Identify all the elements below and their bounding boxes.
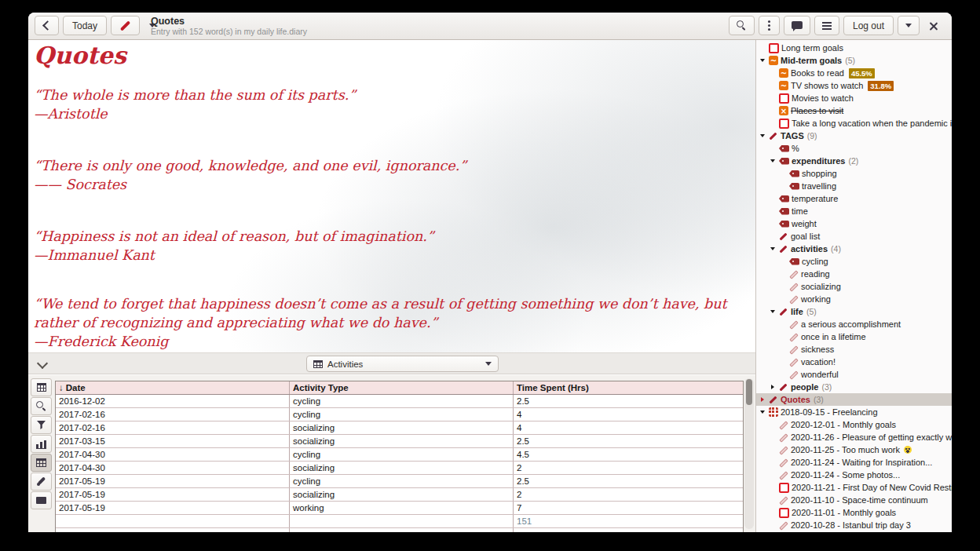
table-cell: 2.5 bbox=[514, 395, 743, 407]
expander-open-icon[interactable] bbox=[768, 155, 777, 167]
tree-item[interactable]: vacation! bbox=[756, 356, 952, 368]
tree-item[interactable]: 2020-11-25 - Too much work bbox=[756, 443, 952, 456]
expander-spacer bbox=[768, 117, 777, 130]
table-row[interactable]: 2017-03-15socializing2.5 bbox=[56, 435, 743, 448]
table-row[interactable]: 2017-02-16cycling4 bbox=[56, 408, 743, 421]
tree-item[interactable]: Mid-term goals(5) bbox=[756, 54, 952, 67]
expander-closed-icon[interactable] bbox=[768, 381, 777, 393]
tree-item[interactable]: weight bbox=[756, 217, 952, 230]
scrollbar-thumb[interactable] bbox=[746, 379, 752, 405]
tree-item[interactable]: % bbox=[756, 142, 952, 155]
view-search-button[interactable] bbox=[31, 397, 52, 415]
annotations-button[interactable] bbox=[784, 16, 810, 35]
table-header-cell[interactable]: Time Spent (Hrs) bbox=[514, 381, 743, 394]
table-row[interactable]: 2017-02-16socializing4 bbox=[56, 421, 743, 435]
collapse-panel-button[interactable] bbox=[33, 356, 52, 372]
tree-item[interactable]: 2020-11-21 - First Day of New Covid Rest… bbox=[756, 481, 952, 494]
tree-item[interactable]: 2020-10-28 - Istanbul trip day 3 bbox=[756, 519, 952, 531]
tree-item-label: 2018-09-15 - Freelancing bbox=[781, 407, 878, 417]
entry-heading: Quotes bbox=[34, 42, 126, 69]
table-row[interactable]: 2017-04-30cycling4.5 bbox=[56, 448, 743, 462]
table-scrollbar[interactable] bbox=[744, 378, 754, 529]
expander-open-icon[interactable] bbox=[758, 406, 766, 418]
tree-item[interactable]: time bbox=[756, 205, 952, 217]
tree-item[interactable]: Quotes(3) bbox=[756, 393, 952, 406]
table-cell: 4 bbox=[514, 408, 743, 421]
main-menu-button[interactable] bbox=[814, 16, 839, 35]
more-options-button[interactable] bbox=[759, 16, 780, 35]
tree-item[interactable]: 2020-11-24 - Some photos... bbox=[756, 469, 952, 481]
tree-item[interactable]: people(3) bbox=[756, 381, 952, 393]
view-statistics-button[interactable] bbox=[31, 435, 52, 453]
tree-item[interactable]: Movies to watch bbox=[756, 92, 952, 104]
tree-item-label: Mid-term goals bbox=[781, 56, 842, 65]
tree-item[interactable]: shopping bbox=[756, 167, 952, 180]
tree-item-label: 2020-11-25 - Too much work bbox=[791, 445, 900, 454]
view-table-button[interactable] bbox=[31, 454, 52, 472]
progress-badge: 45.5% bbox=[849, 68, 875, 78]
table-row[interactable]: 2017-05-19cycling2.5 bbox=[56, 475, 743, 488]
tree-item[interactable]: once in a lifetime bbox=[756, 330, 952, 343]
view-selector-dropdown[interactable]: Activities bbox=[306, 356, 499, 372]
sort-descending-icon: ↓ bbox=[59, 383, 64, 392]
tree-item[interactable]: reading bbox=[756, 268, 952, 280]
view-draw-button[interactable] bbox=[31, 473, 52, 491]
tree-item[interactable]: 2020-11-26 - Pleasure of getting exactly… bbox=[756, 431, 952, 443]
tree-item[interactable]: cycling bbox=[756, 255, 952, 268]
table-row[interactable]: 2017-04-30socializing2 bbox=[56, 462, 743, 475]
tree-item[interactable]: 2020-11-24 - Waiting for Inspiration... bbox=[756, 456, 952, 469]
tree-item-label: TAGS bbox=[781, 131, 804, 140]
table-row[interactable]: 2016-12-02cycling2.5 bbox=[56, 395, 743, 408]
tree-item[interactable]: temperature bbox=[756, 192, 952, 205]
view-filter-button[interactable] bbox=[31, 416, 52, 434]
tree-item[interactable]: expenditures(2) bbox=[756, 155, 952, 167]
close-button[interactable] bbox=[923, 16, 944, 35]
tree-item[interactable]: sickness bbox=[756, 343, 952, 356]
chat-bubble-icon bbox=[792, 21, 803, 29]
pen-icon bbox=[779, 232, 788, 241]
table-row[interactable]: 2017-05-19socializing2 bbox=[56, 488, 743, 502]
today-button[interactable]: Today bbox=[63, 16, 107, 35]
expander-closed-icon[interactable] bbox=[758, 393, 766, 406]
tree-item[interactable]: life(5) bbox=[756, 305, 952, 318]
tree-item[interactable]: working bbox=[756, 293, 952, 305]
view-panel-button[interactable] bbox=[31, 491, 52, 509]
tree-item[interactable]: Places to visit bbox=[756, 104, 952, 117]
tree-item[interactable]: TV shows to watch31.8% bbox=[756, 79, 952, 92]
expander-open-icon[interactable] bbox=[768, 305, 777, 318]
tree-item[interactable]: travelling bbox=[756, 180, 952, 192]
expander-open-icon[interactable] bbox=[758, 130, 766, 142]
table-row[interactable]: 2017-05-19working7 bbox=[56, 502, 743, 515]
tree-item[interactable]: 2020-12-01 - Monthly goals bbox=[756, 418, 952, 431]
progress-badge: 31.8% bbox=[868, 81, 894, 91]
tree-item[interactable]: 2020-11-10 - Space-time continuum bbox=[756, 494, 952, 506]
tree-item[interactable]: activities(4) bbox=[756, 243, 952, 255]
chevron-left-icon bbox=[42, 20, 53, 31]
table-header-cell[interactable]: ↓Date bbox=[56, 381, 290, 394]
logout-button[interactable]: Log out bbox=[843, 16, 894, 35]
edit-entry-button[interactable] bbox=[111, 16, 140, 35]
entry-title: Quotes bbox=[151, 16, 307, 27]
tree-item[interactable]: socializing bbox=[756, 280, 952, 293]
tree-item[interactable]: goal list bbox=[756, 230, 952, 243]
tree-item-label: Long term goals bbox=[781, 43, 843, 53]
logout-menu-button[interactable] bbox=[898, 16, 920, 35]
table-header-cell[interactable]: Activity Type bbox=[290, 381, 514, 394]
back-button[interactable] bbox=[35, 16, 59, 35]
search-button[interactable] bbox=[729, 16, 755, 35]
tree-item[interactable]: Books to read45.5% bbox=[756, 67, 952, 79]
tree-item[interactable]: wonderful bbox=[756, 368, 952, 381]
tree-item[interactable]: 2020-11-01 - Monthly goals bbox=[756, 506, 952, 519]
view-calendar-button[interactable] bbox=[31, 378, 52, 396]
tree-item[interactable]: TAGS(9) bbox=[756, 130, 952, 142]
tree-item[interactable]: Take a long vacation when the pandemic i… bbox=[756, 117, 952, 130]
tree-item[interactable]: 2018-09-15 - Freelancing bbox=[756, 406, 952, 418]
tag-tree: Long term goalsMid-term goals(5)Books to… bbox=[756, 40, 952, 531]
tree-item[interactable]: a serious accomplishment bbox=[756, 318, 952, 330]
tree-item[interactable]: Long term goals bbox=[756, 42, 952, 54]
expander-spacer bbox=[778, 293, 787, 305]
expander-open-icon[interactable] bbox=[758, 54, 766, 67]
expander-open-icon[interactable] bbox=[768, 243, 777, 255]
tree-item-count: (9) bbox=[807, 131, 817, 140]
table-view-icon bbox=[313, 360, 323, 368]
